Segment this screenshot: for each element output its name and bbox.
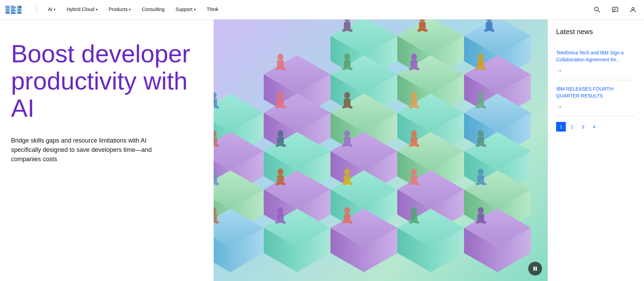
svg-rect-4 bbox=[6, 12, 10, 13]
svg-rect-9 bbox=[11, 10, 16, 11]
hero-title: Boost developer productivity with AI bbox=[11, 40, 197, 122]
news-arrow-2[interactable]: → bbox=[556, 103, 562, 111]
svg-point-167 bbox=[411, 130, 417, 137]
hero-subtitle: Bridge skills gaps and resource limitati… bbox=[11, 136, 176, 164]
chat-button[interactable] bbox=[607, 0, 623, 20]
svg-rect-3 bbox=[6, 10, 10, 11]
svg-point-187 bbox=[411, 169, 417, 175]
news-section-title: Latest news bbox=[556, 28, 636, 36]
nav-label-products: Products bbox=[109, 7, 127, 12]
news-link-2[interactable]: IBM RELEASES FOURTH-QUARTER RESULTS bbox=[556, 86, 636, 99]
svg-point-207 bbox=[411, 207, 417, 214]
svg-point-131 bbox=[478, 53, 484, 60]
hero-section: Boost developer productivity with AI Bri… bbox=[0, 20, 644, 281]
svg-point-199 bbox=[277, 207, 283, 214]
search-icon bbox=[594, 6, 601, 13]
nav-label-hybrid-cloud: Hybrid Cloud bbox=[67, 7, 94, 12]
nav-label-consulting: Consulting bbox=[142, 7, 164, 12]
nav-label-think: Think bbox=[207, 7, 218, 12]
svg-rect-5 bbox=[6, 13, 10, 14]
svg-rect-215 bbox=[533, 267, 535, 271]
svg-point-24 bbox=[632, 8, 634, 10]
svg-point-179 bbox=[277, 169, 283, 175]
svg-point-171 bbox=[478, 130, 484, 137]
hero-image bbox=[214, 20, 548, 281]
svg-rect-21 bbox=[612, 7, 618, 11]
nav-actions bbox=[589, 0, 644, 20]
user-icon bbox=[630, 6, 636, 13]
news-link-1[interactable]: Telefónica Tech and IBM Sign a Collabora… bbox=[556, 50, 636, 63]
svg-rect-2 bbox=[6, 9, 10, 10]
ibm-logo[interactable] bbox=[6, 6, 25, 14]
svg-rect-16 bbox=[17, 12, 21, 13]
news-item-2: IBM RELEASES FOURTH-QUARTER RESULTS → bbox=[556, 80, 636, 116]
nav-label-ai: AI bbox=[48, 7, 52, 12]
news-pagination: 1 2 3 4 bbox=[556, 122, 636, 132]
svg-rect-216 bbox=[535, 267, 537, 271]
svg-point-203 bbox=[344, 207, 350, 214]
svg-point-183 bbox=[344, 169, 350, 175]
news-panel: Latest news Telefónica Tech and IBM Sign… bbox=[548, 20, 644, 281]
ibm-logo-svg bbox=[6, 6, 25, 14]
svg-rect-10 bbox=[11, 12, 15, 13]
page-btn-3[interactable]: 3 bbox=[578, 122, 588, 132]
chevron-down-icon: ▾ bbox=[194, 8, 196, 11]
svg-point-159 bbox=[277, 130, 283, 137]
svg-rect-8 bbox=[11, 9, 15, 10]
chat-icon bbox=[612, 6, 619, 13]
svg-rect-18 bbox=[19, 6, 21, 8]
chevron-down-icon: ▾ bbox=[96, 8, 98, 11]
chevron-down-icon: ▾ bbox=[129, 8, 131, 11]
news-item-1: Telefónica Tech and IBM Sign a Collabora… bbox=[556, 44, 636, 80]
nav-item-hybrid-cloud[interactable]: Hybrid Cloud ▾ bbox=[61, 0, 103, 20]
nav-item-consulting[interactable]: Consulting bbox=[136, 0, 170, 20]
svg-point-191 bbox=[478, 169, 484, 175]
main-nav: AI ▾ Hybrid Cloud ▾ Products ▾ Consultin… bbox=[0, 0, 644, 20]
svg-rect-1 bbox=[6, 7, 10, 8]
nav-label-support: Support bbox=[176, 7, 193, 12]
svg-point-163 bbox=[344, 130, 350, 137]
account-button[interactable] bbox=[625, 0, 641, 20]
nav-items: AI ▾ Hybrid Cloud ▾ Products ▾ Consultin… bbox=[42, 0, 589, 20]
pause-icon bbox=[532, 266, 538, 271]
hero-image-inner bbox=[214, 20, 548, 281]
nav-item-ai[interactable]: AI ▾ bbox=[42, 0, 61, 20]
svg-rect-17 bbox=[17, 13, 21, 14]
page-btn-1[interactable]: 1 bbox=[556, 122, 566, 132]
nav-item-think[interactable]: Think bbox=[201, 0, 224, 20]
svg-point-147 bbox=[411, 92, 417, 98]
nav-item-support[interactable]: Support ▾ bbox=[170, 0, 201, 20]
svg-point-119 bbox=[277, 53, 283, 60]
svg-point-139 bbox=[277, 92, 283, 98]
hero-left: Boost developer productivity with AI Bri… bbox=[0, 20, 214, 281]
search-button[interactable] bbox=[589, 0, 605, 20]
svg-rect-11 bbox=[11, 13, 16, 14]
nav-divider bbox=[37, 6, 37, 14]
news-arrow-1[interactable]: → bbox=[556, 67, 562, 74]
page-btn-4[interactable]: 4 bbox=[589, 122, 599, 132]
page-btn-2[interactable]: 2 bbox=[567, 122, 577, 132]
svg-point-127 bbox=[411, 53, 417, 60]
svg-rect-0 bbox=[6, 6, 10, 7]
nav-item-products[interactable]: Products ▾ bbox=[103, 0, 136, 20]
svg-point-19 bbox=[595, 7, 599, 11]
svg-rect-7 bbox=[11, 7, 16, 8]
svg-point-143 bbox=[344, 92, 350, 98]
chevron-down-icon: ▾ bbox=[54, 8, 55, 11]
svg-rect-6 bbox=[11, 6, 15, 7]
svg-line-20 bbox=[598, 11, 600, 13]
svg-rect-15 bbox=[17, 10, 21, 11]
hero-illustration bbox=[214, 20, 548, 281]
svg-point-123 bbox=[344, 53, 350, 60]
svg-rect-14 bbox=[17, 9, 21, 10]
svg-point-211 bbox=[478, 207, 484, 214]
svg-point-151 bbox=[478, 92, 484, 98]
pause-button[interactable] bbox=[528, 262, 542, 275]
